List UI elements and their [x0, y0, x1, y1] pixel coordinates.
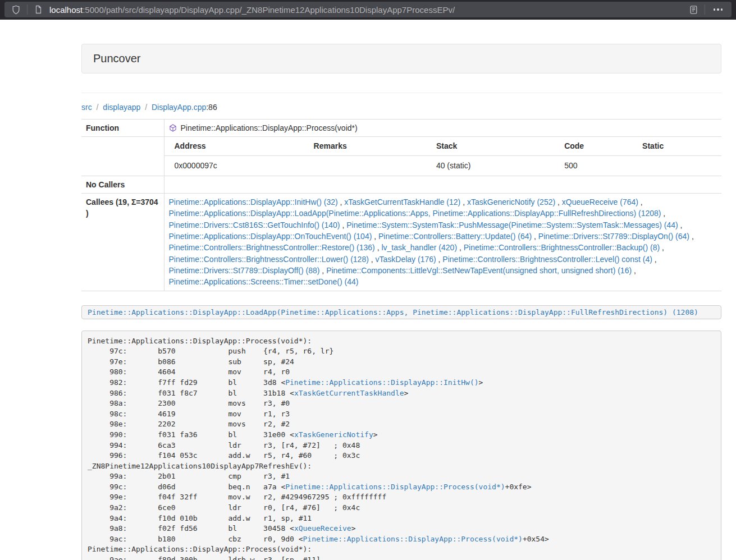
list-separator: , — [457, 243, 464, 252]
list-separator: , — [652, 255, 657, 264]
breadcrumb-line-number: :86 — [206, 103, 217, 112]
highlighted-callee-box: Pinetime::Applications::DisplayApp::Load… — [81, 305, 721, 319]
col-header-address: Address — [164, 137, 309, 155]
breadcrumb-separator: / — [92, 103, 103, 112]
url-hostname: localhost — [49, 5, 83, 15]
page-container: Puncover src / displayapp / DisplayApp.c… — [81, 44, 721, 560]
code-symbol-link[interactable]: xQueueReceive — [294, 524, 351, 533]
metrics-row: 0x0000097c 40 (static) 500 — [164, 155, 722, 176]
callees-list: Pinetime::Applications::DisplayApp::Init… — [164, 194, 721, 291]
list-separator: , — [638, 198, 643, 206]
callee-link[interactable]: vTaskDelay (176) — [376, 255, 436, 264]
callee-link[interactable]: Pinetime::Applications::DisplayApp::OnTo… — [169, 232, 372, 241]
callee-link[interactable]: Pinetime::Controllers::BrightnessControl… — [169, 243, 375, 252]
list-separator: , — [660, 243, 664, 252]
callee-link[interactable]: Pinetime::Controllers::BrightnessControl… — [442, 255, 652, 264]
code-symbol-link[interactable]: Pinetime::Applications::DisplayApp::Init… — [285, 378, 478, 387]
code-symbol-link[interactable]: Pinetime::Applications::DisplayApp::Proc… — [303, 535, 523, 543]
list-separator: , — [678, 221, 683, 229]
callee-link[interactable]: Pinetime::Components::LittleVgl::SetNewT… — [326, 266, 632, 275]
callee-link[interactable]: Pinetime::Drivers::St7789::DisplayOff() … — [169, 266, 320, 275]
no-callers-label: No Callers — [81, 176, 164, 193]
callee-link[interactable]: xQueueReceive (764) — [562, 198, 638, 206]
callee-link[interactable]: Pinetime::Drivers::Cst816S::GetTouchInfo… — [169, 221, 340, 229]
callee-link[interactable]: xTaskGetCurrentTaskHandle (12) — [344, 198, 460, 206]
function-signature: Pinetime::Applications::DisplayApp::Proc… — [181, 122, 358, 134]
code-size-value: 500 — [560, 155, 638, 176]
list-separator: , — [460, 198, 467, 206]
symbol-cube-icon — [169, 124, 177, 132]
function-details-table: Function Pinetime::Applications::Display… — [81, 119, 721, 291]
page-actions-menu-icon[interactable] — [710, 8, 726, 11]
col-header-remarks: Remarks — [309, 137, 432, 155]
breadcrumb-separator: / — [140, 103, 152, 112]
callee-link[interactable]: lv_task_handler (420) — [381, 243, 457, 252]
toolbar-divider — [705, 4, 705, 15]
breadcrumb: src / displayapp / DisplayApp.cpp:86 — [81, 103, 721, 112]
static-value — [638, 155, 721, 176]
disassembly-block: Pinetime::Applications::DisplayApp::Proc… — [81, 331, 721, 560]
code-symbol-link[interactable]: xTaskGenericNotify — [294, 430, 373, 439]
url-path: :5000/path/src/displayapp/DisplayApp.cpp… — [83, 5, 455, 15]
callee-link[interactable]: xTaskGenericNotify (252) — [467, 198, 555, 206]
stack-value: 40 (static) — [432, 155, 560, 176]
list-separator: , — [436, 255, 443, 264]
breadcrumb-link[interactable]: DisplayApp.cpp — [152, 103, 206, 112]
disassembly-code: Pinetime::Applications::DisplayApp::Proc… — [88, 337, 549, 560]
highlighted-callee-link[interactable]: Pinetime::Applications::DisplayApp::Load… — [88, 308, 698, 316]
function-row-label: Function — [81, 120, 164, 137]
divider — [81, 93, 721, 93]
remarks-value — [309, 155, 432, 176]
callee-link[interactable]: Pinetime::Applications::DisplayApp::Load… — [169, 209, 661, 218]
list-separator: , — [375, 243, 382, 252]
list-separator: , — [338, 198, 345, 206]
reader-mode-icon[interactable] — [688, 5, 700, 15]
table-row-callers: No Callers — [81, 176, 721, 193]
address-value: 0x0000097c — [164, 155, 309, 176]
list-separator: , — [372, 232, 378, 241]
tracking-protection-shield-icon[interactable] — [10, 5, 22, 15]
code-symbol-link[interactable]: xTaskGetCurrentTaskHandle — [294, 389, 404, 397]
list-separator: , — [319, 266, 326, 275]
list-separator: , — [689, 232, 694, 241]
app-brand[interactable]: Puncover — [81, 44, 721, 74]
callee-link[interactable]: Pinetime::Controllers::BrightnessControl… — [464, 243, 660, 252]
table-row-function: Function Pinetime::Applications::Display… — [81, 120, 721, 137]
toolbar-divider — [27, 4, 28, 15]
callee-link[interactable]: Pinetime::Drivers::St7789::DisplayOn() (… — [538, 232, 689, 241]
callee-link[interactable]: Pinetime::System::SystemTask::PushMessag… — [346, 221, 678, 229]
metrics-table: Address Remarks Stack Code Static 0x0000… — [164, 137, 722, 176]
col-header-stack: Stack — [432, 137, 560, 155]
col-header-code: Code — [560, 137, 638, 155]
table-row-callees: Callees (19, Σ=3704 ) Pinetime::Applicat… — [81, 194, 721, 291]
list-separator: , — [340, 221, 347, 229]
page-info-icon[interactable] — [33, 5, 44, 14]
callee-link[interactable]: Pinetime::Applications::DisplayApp::Init… — [169, 198, 338, 206]
col-header-static: Static — [638, 137, 721, 155]
code-symbol-link[interactable]: Pinetime::Applications::DisplayApp::Proc… — [285, 483, 505, 491]
list-separator: , — [632, 266, 636, 275]
list-separator: , — [369, 255, 376, 264]
url-text[interactable]: localhost:5000/path/src/displayapp/Displ… — [49, 5, 688, 15]
callee-link[interactable]: Pinetime::Controllers::BrightnessControl… — [169, 255, 369, 264]
table-row-metrics: Address Remarks Stack Code Static 0x0000… — [81, 137, 721, 176]
list-separator: , — [532, 232, 538, 241]
browser-toolbar: localhost:5000/path/src/displayapp/Displ… — [0, 0, 736, 20]
breadcrumb-link[interactable]: src — [81, 103, 92, 112]
list-separator: , — [555, 198, 562, 206]
callee-link[interactable]: Pinetime::Controllers::Battery::Update()… — [378, 232, 532, 241]
list-separator: , — [661, 209, 665, 218]
breadcrumb-link[interactable]: displayapp — [103, 103, 140, 112]
callee-link[interactable]: Pinetime::Applications::Screens::Timer::… — [169, 277, 359, 286]
url-bar[interactable]: localhost:5000/path/src/displayapp/Displ… — [4, 2, 732, 17]
callees-label: Callees (19, Σ=3704 ) — [81, 194, 164, 291]
